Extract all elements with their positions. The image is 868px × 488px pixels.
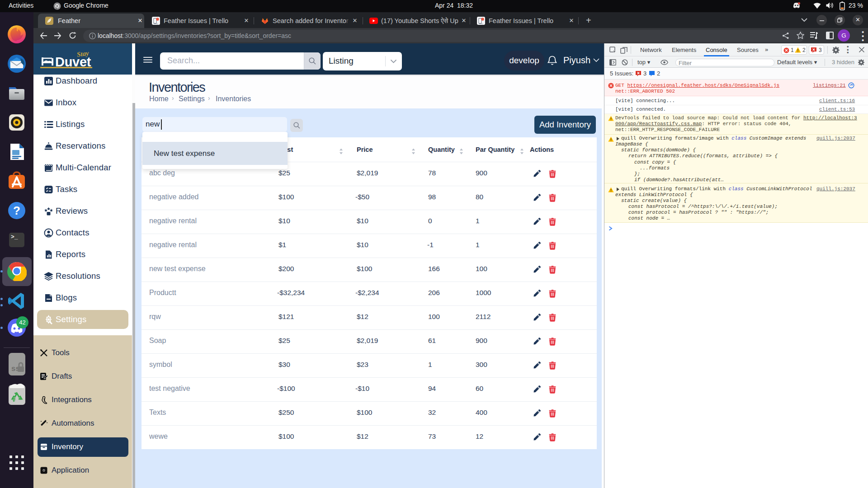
svg-text:?: ? (13, 204, 20, 217)
svg-text:>_: >_ (11, 234, 18, 240)
